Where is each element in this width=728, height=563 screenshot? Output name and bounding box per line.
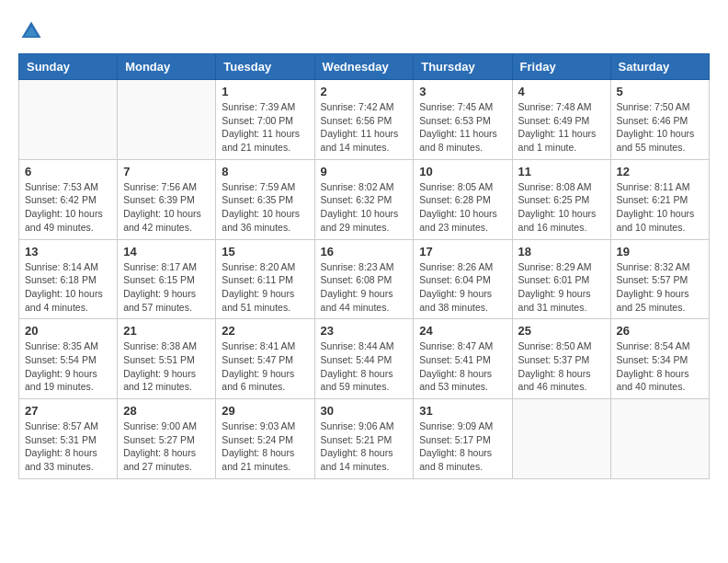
day-number: 25 [518,324,605,338]
calendar-cell: 31Sunrise: 9:09 AMSunset: 5:17 PMDayligh… [414,399,512,479]
calendar-cell: 16Sunrise: 8:23 AMSunset: 6:08 PMDayligh… [314,239,414,319]
calendar-cell: 11Sunrise: 8:08 AMSunset: 6:25 PMDayligh… [512,159,610,239]
day-info: Sunrise: 7:53 AMSunset: 6:42 PMDaylight:… [25,180,111,235]
day-number: 23 [321,324,408,338]
calendar-cell: 24Sunrise: 8:47 AMSunset: 5:41 PMDayligh… [414,319,512,399]
calendar-cell: 19Sunrise: 8:32 AMSunset: 5:57 PMDayligh… [610,239,709,319]
calendar-cell: 17Sunrise: 8:26 AMSunset: 6:04 PMDayligh… [414,239,512,319]
day-number: 17 [419,245,506,259]
day-info: Sunrise: 7:50 AMSunset: 6:46 PMDaylight:… [617,100,703,155]
day-number: 11 [518,165,605,178]
day-number: 29 [222,404,308,418]
day-number: 30 [321,404,408,418]
day-number: 16 [321,245,408,259]
day-info: Sunrise: 7:56 AMSunset: 6:39 PMDaylight:… [123,180,210,235]
day-number: 10 [419,165,506,178]
calendar-cell: 14Sunrise: 8:17 AMSunset: 6:15 PMDayligh… [118,239,216,319]
day-number: 24 [419,324,506,338]
calendar-cell: 29Sunrise: 9:03 AMSunset: 5:24 PMDayligh… [216,399,314,479]
day-info: Sunrise: 8:41 AMSunset: 5:47 PMDaylight:… [222,339,308,394]
weekday-header-sunday: Sunday [19,54,118,80]
day-number: 9 [321,165,408,178]
day-info: Sunrise: 7:45 AMSunset: 6:53 PMDaylight:… [419,100,506,155]
calendar-cell: 4Sunrise: 7:48 AMSunset: 6:49 PMDaylight… [512,80,610,160]
day-info: Sunrise: 7:59 AMSunset: 6:35 PMDaylight:… [222,180,308,235]
calendar-cell: 30Sunrise: 9:06 AMSunset: 5:21 PMDayligh… [314,399,414,479]
calendar-cell: 18Sunrise: 8:29 AMSunset: 6:01 PMDayligh… [512,239,610,319]
weekday-header-thursday: Thursday [414,54,512,80]
week-row-4: 20Sunrise: 8:35 AMSunset: 5:54 PMDayligh… [19,319,710,399]
day-number: 6 [25,165,111,178]
calendar-cell [512,399,610,479]
day-number: 27 [25,404,111,418]
day-info: Sunrise: 8:14 AMSunset: 6:18 PMDaylight:… [25,260,111,315]
day-number: 21 [123,324,210,338]
weekday-header-saturday: Saturday [610,54,709,80]
day-number: 3 [419,85,506,98]
day-number: 22 [222,324,308,338]
calendar-cell: 6Sunrise: 7:53 AMSunset: 6:42 PMDaylight… [19,159,118,239]
calendar-cell [610,399,709,479]
page-header [18,18,710,44]
logo [18,18,48,44]
calendar-cell: 20Sunrise: 8:35 AMSunset: 5:54 PMDayligh… [19,319,118,399]
day-info: Sunrise: 8:08 AMSunset: 6:25 PMDaylight:… [518,180,605,235]
day-info: Sunrise: 8:17 AMSunset: 6:15 PMDaylight:… [123,260,210,315]
logo-icon [18,18,44,44]
calendar-table: SundayMondayTuesdayWednesdayThursdayFrid… [18,53,710,479]
day-number: 19 [617,245,703,259]
calendar-cell: 21Sunrise: 8:38 AMSunset: 5:51 PMDayligh… [118,319,216,399]
calendar-cell: 13Sunrise: 8:14 AMSunset: 6:18 PMDayligh… [19,239,118,319]
day-info: Sunrise: 8:11 AMSunset: 6:21 PMDaylight:… [617,180,703,235]
day-info: Sunrise: 8:44 AMSunset: 5:44 PMDaylight:… [321,339,408,394]
day-info: Sunrise: 9:03 AMSunset: 5:24 PMDaylight:… [222,419,308,474]
week-row-2: 6Sunrise: 7:53 AMSunset: 6:42 PMDaylight… [19,159,710,239]
weekday-header-wednesday: Wednesday [314,54,414,80]
day-info: Sunrise: 8:54 AMSunset: 5:34 PMDaylight:… [617,339,703,394]
day-number: 31 [419,404,506,418]
day-info: Sunrise: 7:42 AMSunset: 6:56 PMDaylight:… [321,100,408,155]
day-number: 5 [617,85,703,98]
calendar-cell: 23Sunrise: 8:44 AMSunset: 5:44 PMDayligh… [314,319,414,399]
day-number: 28 [123,404,210,418]
day-info: Sunrise: 8:38 AMSunset: 5:51 PMDaylight:… [123,339,210,394]
calendar-cell: 12Sunrise: 8:11 AMSunset: 6:21 PMDayligh… [610,159,709,239]
day-number: 14 [123,245,210,259]
day-number: 13 [25,245,111,259]
weekday-header-tuesday: Tuesday [216,54,314,80]
calendar-cell: 7Sunrise: 7:56 AMSunset: 6:39 PMDaylight… [118,159,216,239]
calendar-cell: 1Sunrise: 7:39 AMSunset: 7:00 PMDaylight… [216,80,314,160]
calendar-cell: 5Sunrise: 7:50 AMSunset: 6:46 PMDaylight… [610,80,709,160]
day-info: Sunrise: 8:23 AMSunset: 6:08 PMDaylight:… [321,260,408,315]
day-info: Sunrise: 8:32 AMSunset: 5:57 PMDaylight:… [617,260,703,315]
calendar-cell [19,80,118,160]
day-info: Sunrise: 8:57 AMSunset: 5:31 PMDaylight:… [25,419,111,474]
day-info: Sunrise: 8:26 AMSunset: 6:04 PMDaylight:… [419,260,506,315]
calendar-cell: 27Sunrise: 8:57 AMSunset: 5:31 PMDayligh… [19,399,118,479]
day-info: Sunrise: 8:47 AMSunset: 5:41 PMDaylight:… [419,339,506,394]
day-number: 18 [518,245,605,259]
weekday-header-monday: Monday [118,54,216,80]
calendar-cell: 8Sunrise: 7:59 AMSunset: 6:35 PMDaylight… [216,159,314,239]
day-number: 8 [222,165,308,178]
day-info: Sunrise: 9:06 AMSunset: 5:21 PMDaylight:… [321,419,408,474]
day-info: Sunrise: 8:02 AMSunset: 6:32 PMDaylight:… [321,180,408,235]
day-number: 26 [617,324,703,338]
calendar-cell: 22Sunrise: 8:41 AMSunset: 5:47 PMDayligh… [216,319,314,399]
week-row-3: 13Sunrise: 8:14 AMSunset: 6:18 PMDayligh… [19,239,710,319]
calendar-cell: 26Sunrise: 8:54 AMSunset: 5:34 PMDayligh… [610,319,709,399]
day-number: 2 [321,85,408,98]
day-number: 12 [617,165,703,178]
calendar-cell [118,80,216,160]
day-number: 4 [518,85,605,98]
calendar-cell: 25Sunrise: 8:50 AMSunset: 5:37 PMDayligh… [512,319,610,399]
calendar-cell: 10Sunrise: 8:05 AMSunset: 6:28 PMDayligh… [414,159,512,239]
day-number: 1 [222,85,308,98]
day-number: 20 [25,324,111,338]
week-row-5: 27Sunrise: 8:57 AMSunset: 5:31 PMDayligh… [19,399,710,479]
day-info: Sunrise: 9:00 AMSunset: 5:27 PMDaylight:… [123,419,210,474]
day-info: Sunrise: 7:39 AMSunset: 7:00 PMDaylight:… [222,100,308,155]
day-info: Sunrise: 9:09 AMSunset: 5:17 PMDaylight:… [419,419,506,474]
day-info: Sunrise: 8:29 AMSunset: 6:01 PMDaylight:… [518,260,605,315]
day-info: Sunrise: 7:48 AMSunset: 6:49 PMDaylight:… [518,100,605,155]
